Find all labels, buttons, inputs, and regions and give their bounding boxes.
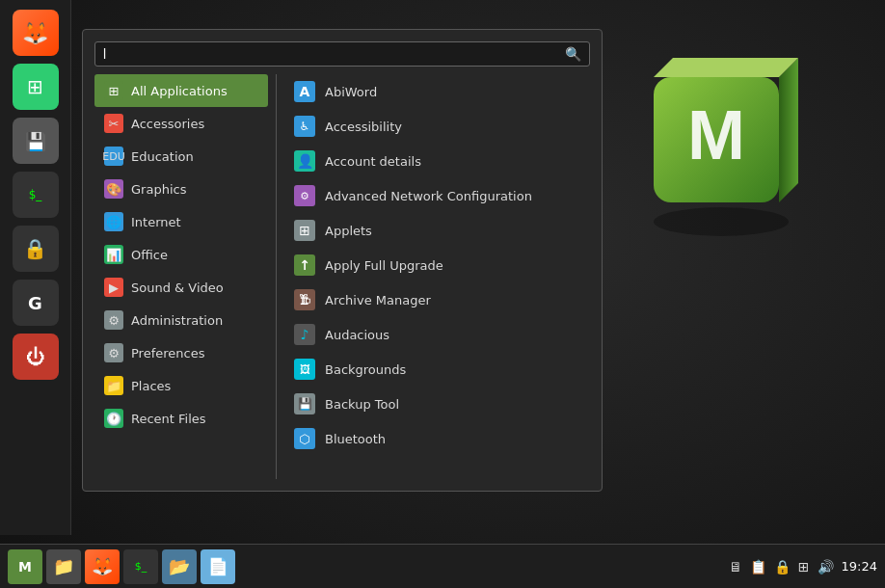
graphics-icon: 🎨 [104, 179, 123, 199]
search-input[interactable]: l [103, 46, 559, 62]
category-accessories-label: Accessories [131, 117, 204, 131]
account-icon: 👤 [294, 150, 315, 172]
upgrade-icon: ↑ [294, 254, 315, 276]
shield-icon[interactable]: 🔒 [774, 559, 791, 575]
taskbar-left: 🦊 ⊞ 💾 $_ 🔒 G ⏻ [0, 0, 71, 535]
app-bluetooth-label: Bluetooth [325, 432, 386, 446]
svg-marker-1 [779, 58, 798, 202]
app-archive[interactable]: 🗜 Archive Manager [284, 282, 590, 317]
svg-point-4 [654, 207, 789, 236]
category-admin[interactable]: ⚙ Administration [94, 304, 268, 336]
category-education[interactable]: EDU Education [94, 140, 268, 173]
svg-text:M: M [687, 96, 745, 174]
category-admin-label: Administration [131, 313, 223, 328]
sound-icon: ▶ [104, 278, 123, 297]
category-internet-label: Internet [131, 215, 181, 229]
app-upgrade-label: Apply Full Upgrade [325, 258, 443, 273]
taskbar-files[interactable]: 📁 [46, 549, 81, 584]
taskbar-terminal[interactable]: $_ [13, 172, 59, 218]
app-accessibility[interactable]: ♿ Accessibility [284, 109, 590, 144]
app-backgrounds-label: Backgrounds [325, 362, 406, 377]
prefs-icon: ⚙ [104, 343, 123, 362]
accessibility-icon: ♿ [294, 116, 315, 137]
search-icon: 🔍 [565, 46, 581, 62]
app-bluetooth[interactable]: ⬡ Bluetooth [284, 421, 590, 456]
taskbar-lock[interactable]: 🔒 [13, 226, 59, 272]
volume-icon[interactable]: 🔊 [818, 559, 834, 575]
clipboard-icon[interactable]: 📋 [750, 559, 766, 575]
office-icon: 📊 [104, 245, 123, 264]
category-recent[interactable]: 🕐 Recent Files [94, 402, 268, 435]
clock: 19:24 [842, 559, 877, 574]
taskbar-bottom-left: M 📁 🦊 $_ 📂 📄 [8, 549, 235, 584]
all-icon: ⊞ [104, 81, 123, 100]
taskbar-bottom-right: 🖥 📋 🔒 ⊞ 🔊 19:24 [729, 559, 877, 575]
taskbar-grub[interactable]: G [13, 280, 59, 326]
category-internet[interactable]: 🌐 Internet [94, 205, 268, 238]
network-icon: ⚙ [294, 185, 315, 206]
internet-icon: 🌐 [104, 212, 123, 231]
category-office[interactable]: 📊 Office [94, 238, 268, 271]
taskbar-grid[interactable]: ⊞ [13, 64, 59, 110]
svg-marker-2 [654, 58, 798, 77]
category-graphics[interactable]: 🎨 Graphics [94, 173, 268, 205]
app-network[interactable]: ⚙ Advanced Network Configuration [284, 178, 590, 213]
app-network-label: Advanced Network Configuration [325, 189, 532, 203]
app-applets[interactable]: ⊞ Applets [284, 213, 590, 248]
search-bar: l 🔍 [94, 41, 590, 67]
menu-popup: l 🔍 ⊞ All Applications ✂ Accessories EDU… [82, 29, 603, 492]
category-education-label: Education [131, 149, 194, 164]
app-accessibility-label: Accessibility [325, 120, 402, 134]
taskbar-notepad[interactable]: 📄 [201, 549, 235, 584]
category-accessories[interactable]: ✂ Accessories [94, 107, 268, 140]
category-all-label: All Applications [131, 84, 228, 98]
category-places-label: Places [131, 379, 171, 393]
menu-content: ⊞ All Applications ✂ Accessories EDU Edu… [94, 74, 590, 479]
backgrounds-icon: 🖼 [294, 359, 315, 380]
app-audacious[interactable]: ♪ Audacious [284, 317, 590, 352]
taskbar-firefox[interactable]: 🦊 [13, 10, 59, 56]
taskbar-bottom: M 📁 🦊 $_ 📂 📄 🖥 📋 🔒 ⊞ 🔊 19:24 [0, 544, 885, 588]
taskbar-mint-menu[interactable]: M [8, 549, 42, 584]
category-graphics-label: Graphics [131, 182, 186, 197]
app-upgrade[interactable]: ↑ Apply Full Upgrade [284, 248, 590, 282]
abiword-icon: A [294, 81, 315, 102]
places-icon: 📁 [104, 376, 123, 395]
taskbar-terminal-bottom[interactable]: $_ [123, 549, 158, 584]
education-icon: EDU [104, 147, 123, 166]
taskbar-folder[interactable]: 📂 [162, 549, 197, 584]
category-all[interactable]: ⊞ All Applications [94, 74, 268, 107]
apps-list: A AbiWord ♿ Accessibility 👤 Account deta… [284, 74, 590, 479]
taskbar-firefox-bottom[interactable]: 🦊 [85, 549, 120, 584]
category-places[interactable]: 📁 Places [94, 369, 268, 402]
app-backup[interactable]: 💾 Backup Tool [284, 387, 590, 421]
app-abiword[interactable]: A AbiWord [284, 74, 590, 109]
app-backgrounds[interactable]: 🖼 Backgrounds [284, 352, 590, 387]
network-icon[interactable]: ⊞ [798, 559, 810, 575]
taskbar-drive[interactable]: 💾 [13, 118, 59, 164]
app-account[interactable]: 👤 Account details [284, 144, 590, 178]
category-office-label: Office [131, 248, 168, 262]
category-prefs[interactable]: ⚙ Preferences [94, 336, 268, 369]
admin-icon: ⚙ [104, 310, 123, 330]
archive-icon: 🗜 [294, 289, 315, 310]
menu-divider [276, 74, 277, 479]
categories-panel: ⊞ All Applications ✂ Accessories EDU Edu… [94, 74, 268, 479]
bluetooth-icon: ⬡ [294, 428, 315, 449]
mint-logo: M [634, 48, 808, 245]
recent-icon: 🕐 [104, 409, 123, 428]
applets-icon: ⊞ [294, 220, 315, 241]
display-icon[interactable]: 🖥 [729, 559, 742, 575]
category-sound[interactable]: ▶ Sound & Video [94, 271, 268, 304]
taskbar-power[interactable]: ⏻ [13, 334, 59, 380]
app-audacious-label: Audacious [325, 328, 389, 342]
category-recent-label: Recent Files [131, 412, 206, 426]
app-account-label: Account details [325, 154, 421, 169]
accessories-icon: ✂ [104, 114, 123, 133]
desktop: 🦊 ⊞ 💾 $_ 🔒 G ⏻ [0, 0, 885, 588]
audacious-icon: ♪ [294, 324, 315, 345]
app-applets-label: Applets [325, 224, 372, 238]
category-sound-label: Sound & Video [131, 281, 224, 295]
app-backup-label: Backup Tool [325, 397, 399, 412]
app-archive-label: Archive Manager [325, 293, 431, 307]
